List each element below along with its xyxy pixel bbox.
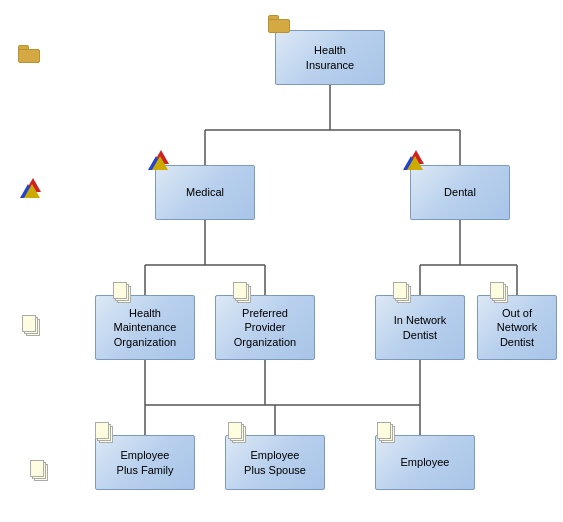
diagram-container: HealthInsurance Medical Dental [0,0,563,522]
doc-icon-in-network [393,282,413,307]
docs-icon-employee [377,422,397,447]
doc-icon-out-network [490,282,510,307]
node-out-network: Out ofNetworkDentist [477,295,557,360]
docs-icon-bottom-left [30,460,50,485]
folder-icon-root [268,15,290,36]
emp-spouse-label: EmployeePlus Spouse [244,448,306,477]
node-ppo: PreferredProviderOrganization [215,295,315,360]
node-root: HealthInsurance [275,30,385,85]
doc-icon-hmo [113,282,133,307]
node-in-network: In NetworkDentist [375,295,465,360]
chart-icon-dental [403,150,423,173]
emp-family-label: EmployeePlus Family [117,448,174,477]
folder-icon-topleft [18,45,40,66]
node-hmo: HealthMaintenanceOrganization [95,295,195,360]
in-network-label: In NetworkDentist [394,313,447,342]
chart-icon-medical [148,150,168,173]
doc-icon-left [22,315,42,340]
node-dental: Dental [410,165,510,220]
ppo-label: PreferredProviderOrganization [234,306,296,349]
employee-label: Employee [401,455,450,469]
hmo-label: HealthMaintenanceOrganization [114,306,177,349]
out-network-label: Out ofNetworkDentist [497,306,537,349]
docs-icon-emp-spouse [228,422,248,447]
chart-icon-left [20,178,40,201]
docs-icon-emp-family [95,422,115,447]
node-medical: Medical [155,165,255,220]
doc-icon-ppo [233,282,253,307]
